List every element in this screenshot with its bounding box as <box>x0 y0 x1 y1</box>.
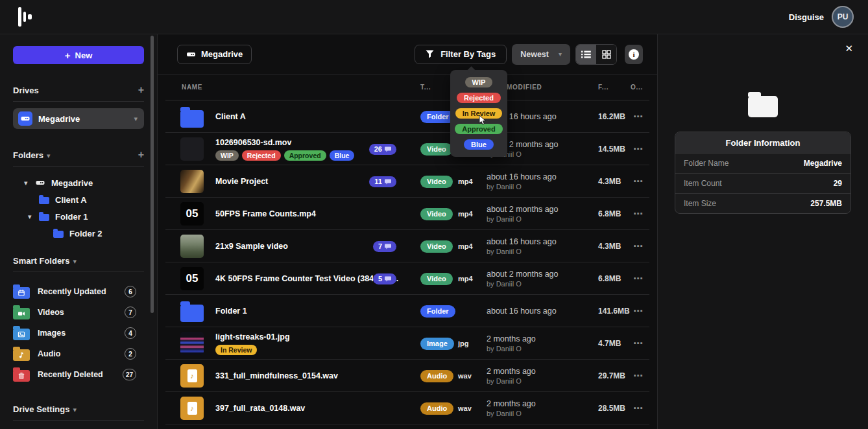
modified-date: 2 months ago <box>487 367 536 376</box>
tag-badge-in-review: In Review <box>215 345 257 355</box>
info-row-item-count: Item Count29 <box>675 173 850 193</box>
tag-option-blue[interactable]: Blue <box>464 139 494 150</box>
speech-bubble-icon <box>385 146 391 152</box>
table-row[interactable]: Movie Project11Videomp4about 16 hours ag… <box>158 165 657 198</box>
table-row[interactable]: ♪331_full_mindfulness_0154.wavAudiowav2 … <box>158 360 657 392</box>
user-avatar[interactable]: PU <box>832 6 854 28</box>
more-options-button[interactable]: ⋯ <box>633 230 644 262</box>
tag-badge-blue: Blue <box>330 150 355 161</box>
comment-count-badge[interactable]: 7 <box>373 241 396 252</box>
sidebar-item-images[interactable]: Images4 <box>13 323 144 343</box>
table-row[interactable]: Client AFolderabout 16 hours ago16.2MB⋯ <box>158 100 657 133</box>
new-button[interactable]: + New <box>13 46 144 64</box>
drive-icon <box>35 179 45 187</box>
table-row[interactable]: 21x9 Sample video7Videomp4about 16 hours… <box>158 230 657 262</box>
comment-count-badge[interactable]: 26 <box>369 144 396 155</box>
modified-by: by Daniil O <box>487 345 522 353</box>
details-panel: ✕ Folder Information Folder NameMegadriv… <box>657 34 868 429</box>
more-options-button[interactable]: ⋯ <box>633 198 644 230</box>
more-options-button[interactable]: ⋯ <box>633 262 644 295</box>
more-options-button[interactable]: ⋯ <box>633 295 644 327</box>
file-name: 397_full_rata_0148.wav <box>215 404 305 413</box>
table-row[interactable]: ♪397_full_rata_0148.wavAudiowav2 months … <box>158 392 657 424</box>
more-options-button[interactable]: ⋯ <box>633 327 644 360</box>
file-size: 141.6MB <box>598 295 630 327</box>
sidebar-tree-item-megadrive[interactable]: ▾Megadrive <box>13 174 144 191</box>
item-count-badge: 4 <box>125 327 136 339</box>
sort-newest-dropdown[interactable]: Newest ▾ <box>512 44 570 65</box>
image-folder-icon <box>13 329 30 340</box>
divider <box>13 101 144 102</box>
info-label: Item Count <box>684 179 722 188</box>
table-row[interactable]: Folder 1Folderabout 16 hours ago141.6MB⋯ <box>158 295 657 327</box>
type-cell: Audio <box>420 360 453 392</box>
file-size: 4.7MB <box>598 327 621 360</box>
more-options-button[interactable]: ⋯ <box>633 133 644 165</box>
modified-cell: about 16 hours agoby Daniil O <box>487 165 557 198</box>
file-name-cell: 397_full_rata_0148.wav <box>215 392 305 424</box>
tag-option-rejected[interactable]: Rejected <box>457 93 501 103</box>
more-options-button[interactable]: ⋯ <box>633 392 644 424</box>
drive-icon <box>186 51 196 58</box>
modified-date: about 16 hours ago <box>487 172 557 181</box>
plus-icon: + <box>65 50 71 61</box>
tree-item-label: Client A <box>55 195 87 205</box>
sidebar-tree-item-folder-2[interactable]: Folder 2 <box>13 225 144 242</box>
modified-cell: 2 months agoby Daniil O <box>487 392 536 424</box>
type-badge-video: Video <box>420 208 453 220</box>
list-view-button[interactable] <box>576 45 596 64</box>
info-label: Item Size <box>684 199 716 208</box>
more-options-button[interactable]: ⋯ <box>633 360 644 392</box>
audio-file-icon: ♪ <box>180 364 204 388</box>
drive-settings-label[interactable]: Drive Settings▾ <box>13 404 77 414</box>
info-row-item-size: Item Size257.5MB <box>675 193 850 213</box>
table-row[interactable]: 054K 50FPS Frame Counter Test Video (384… <box>158 262 657 295</box>
tree-item-label: Megadrive <box>51 178 93 188</box>
add-drive-button[interactable]: + <box>138 85 144 95</box>
add-folder-button[interactable]: + <box>138 150 144 160</box>
item-count-badge: 6 <box>125 286 136 297</box>
table-row[interactable]: light-streaks-01.jpgIn ReviewImagejpg2 m… <box>158 327 657 360</box>
comment-count-badge[interactable]: 11 <box>369 176 396 187</box>
file-name-cell: 21x9 Sample video <box>215 230 288 262</box>
image-thumbnail <box>180 137 204 161</box>
info-label: Folder Name <box>684 159 729 168</box>
thumbnail-frame-text: 05 <box>186 272 199 285</box>
file-thumbnail <box>180 165 204 198</box>
comments-cell: 5 <box>369 262 396 295</box>
comment-count: 7 <box>378 242 382 250</box>
type-cell: Video <box>420 133 453 165</box>
column-header-type: T... <box>420 84 431 91</box>
comments-cell: 11 <box>369 165 396 198</box>
comment-count-badge[interactable]: 5 <box>373 273 396 284</box>
folder-icon <box>53 231 64 238</box>
file-tags: In Review <box>215 345 257 355</box>
info-button[interactable]: i <box>625 45 643 64</box>
sidebar-item-audio[interactable]: Audio2 <box>13 343 144 364</box>
sidebar-scrollbar[interactable] <box>151 36 154 313</box>
file-thumbnail <box>180 327 204 360</box>
file-thumbnail <box>180 100 204 133</box>
sidebar-item-videos[interactable]: Videos7 <box>13 302 144 323</box>
sidebar-item-megadrive[interactable]: Megadrive ▾ <box>13 108 144 129</box>
tag-option-wip[interactable]: WIP <box>465 77 493 87</box>
type-badge-audio: Audio <box>420 402 453 415</box>
sidebar-tree-item-folder-1[interactable]: ▾Folder 1 <box>13 208 144 225</box>
breadcrumb-megadrive-button[interactable]: Megadrive <box>177 45 252 64</box>
table-row[interactable]: 1026906530-sd.movWIPRejectedApprovedBlue… <box>158 133 657 165</box>
sidebar-tree-item-client-a[interactable]: Client A <box>13 191 144 208</box>
filter-by-tags-button[interactable]: Filter By Tags <box>415 45 507 64</box>
more-options-button[interactable]: ⋯ <box>633 165 644 198</box>
more-options-button[interactable]: ⋯ <box>633 100 644 133</box>
sidebar-item-recently-updated[interactable]: Recently Updated6 <box>13 281 144 302</box>
file-name-cell: light-streaks-01.jpgIn Review <box>215 327 290 360</box>
table-row[interactable]: 0550FPS Frame Counts.mp4Videomp4about 2 … <box>158 198 657 230</box>
sidebar-item-recently-deleted[interactable]: Recently Deleted27 <box>13 364 144 385</box>
grid-view-button[interactable] <box>596 45 616 64</box>
file-extension: jpg <box>458 327 469 360</box>
modified-cell: about 2 months agoby Daniil O <box>487 198 559 230</box>
file-extension: wav <box>458 392 472 424</box>
funnel-icon <box>426 50 434 58</box>
close-icon[interactable]: ✕ <box>845 43 853 54</box>
file-name-cell: 50FPS Frame Counts.mp4 <box>215 198 316 230</box>
